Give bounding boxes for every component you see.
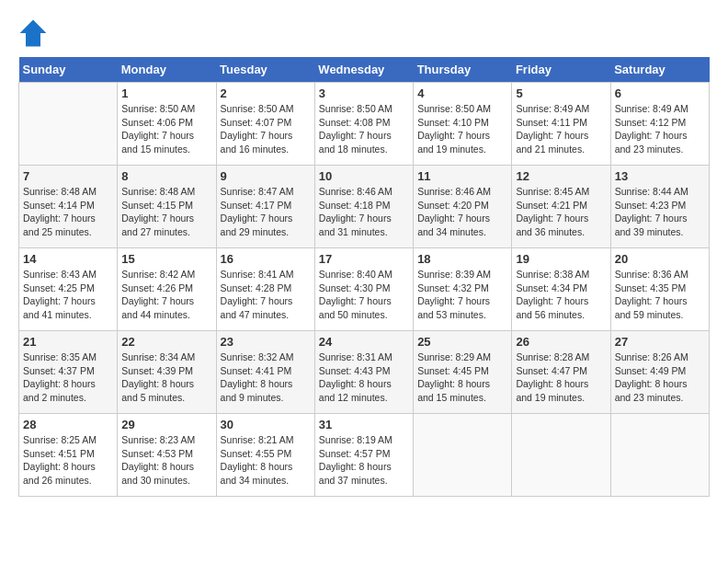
day-info: Sunrise: 8:28 AMSunset: 4:47 PMDaylight:… [516, 350, 606, 405]
day-number: 22 [121, 335, 211, 349]
day-info: Sunrise: 8:36 AMSunset: 4:35 PMDaylight:… [615, 268, 705, 322]
day-info: Sunrise: 8:23 AMSunset: 4:53 PMDaylight:… [121, 433, 211, 488]
day-info: Sunrise: 8:29 AMSunset: 4:45 PMDaylight:… [417, 350, 507, 405]
day-info: Sunrise: 8:49 AMSunset: 4:12 PMDaylight:… [615, 102, 705, 156]
day-number: 10 [319, 169, 409, 183]
day-number: 27 [615, 335, 705, 349]
day-info: Sunrise: 8:45 AMSunset: 4:21 PMDaylight:… [516, 185, 606, 239]
day-info: Sunrise: 8:48 AMSunset: 4:14 PMDaylight:… [23, 185, 113, 239]
calendar-cell: 12Sunrise: 8:45 AMSunset: 4:21 PMDayligh… [512, 166, 610, 248]
day-number: 26 [516, 335, 606, 349]
day-number: 19 [516, 252, 606, 266]
day-info: Sunrise: 8:47 AMSunset: 4:17 PMDaylight:… [221, 185, 311, 239]
day-info: Sunrise: 8:34 AMSunset: 4:39 PMDaylight:… [121, 350, 211, 405]
column-header-thursday: Thursday [414, 57, 512, 83]
day-number: 4 [417, 86, 507, 100]
calendar-cell: 24Sunrise: 8:31 AMSunset: 4:43 PMDayligh… [314, 331, 413, 414]
calendar-table: SundayMondayTuesdayWednesdayThursdayFrid… [18, 57, 710, 497]
calendar-cell: 14Sunrise: 8:43 AMSunset: 4:25 PMDayligh… [19, 248, 118, 331]
calendar-cell [512, 414, 610, 497]
day-info: Sunrise: 8:48 AMSunset: 4:15 PMDaylight:… [121, 185, 211, 239]
day-number: 7 [23, 169, 113, 183]
day-info: Sunrise: 8:42 AMSunset: 4:26 PMDaylight:… [121, 268, 211, 322]
calendar-cell: 17Sunrise: 8:40 AMSunset: 4:30 PMDayligh… [314, 248, 413, 331]
calendar-cell: 4Sunrise: 8:50 AMSunset: 4:10 PMDaylight… [414, 83, 512, 166]
calendar-week-row: 21Sunrise: 8:35 AMSunset: 4:37 PMDayligh… [19, 331, 710, 414]
day-number: 21 [23, 335, 113, 349]
day-number: 15 [121, 252, 211, 266]
day-number: 18 [417, 252, 507, 266]
day-info: Sunrise: 8:41 AMSunset: 4:28 PMDaylight:… [221, 268, 311, 322]
calendar-cell: 15Sunrise: 8:42 AMSunset: 4:26 PMDayligh… [118, 248, 216, 331]
calendar-cell: 2Sunrise: 8:50 AMSunset: 4:07 PMDaylight… [216, 83, 314, 166]
calendar-week-row: 1Sunrise: 8:50 AMSunset: 4:06 PMDaylight… [19, 83, 710, 166]
column-header-sunday: Sunday [19, 57, 118, 83]
calendar-cell: 22Sunrise: 8:34 AMSunset: 4:39 PMDayligh… [118, 331, 216, 414]
day-info: Sunrise: 8:31 AMSunset: 4:43 PMDaylight:… [319, 350, 409, 405]
calendar-cell: 18Sunrise: 8:39 AMSunset: 4:32 PMDayligh… [414, 248, 512, 331]
day-number: 6 [615, 86, 705, 100]
calendar-cell: 10Sunrise: 8:46 AMSunset: 4:18 PMDayligh… [314, 166, 413, 248]
calendar-cell: 1Sunrise: 8:50 AMSunset: 4:06 PMDaylight… [118, 83, 216, 166]
calendar-cell: 26Sunrise: 8:28 AMSunset: 4:47 PMDayligh… [512, 331, 610, 414]
calendar-cell: 5Sunrise: 8:49 AMSunset: 4:11 PMDaylight… [512, 83, 610, 166]
calendar-cell: 3Sunrise: 8:50 AMSunset: 4:08 PMDaylight… [314, 83, 413, 166]
day-info: Sunrise: 8:46 AMSunset: 4:18 PMDaylight:… [319, 185, 409, 239]
day-info: Sunrise: 8:40 AMSunset: 4:30 PMDaylight:… [319, 268, 409, 322]
day-number: 3 [319, 86, 409, 100]
page-header [18, 18, 710, 48]
day-info: Sunrise: 8:21 AMSunset: 4:55 PMDaylight:… [221, 433, 311, 488]
day-number: 2 [221, 86, 311, 100]
logo-icon [18, 18, 48, 48]
day-number: 28 [23, 418, 113, 431]
calendar-week-row: 7Sunrise: 8:48 AMSunset: 4:14 PMDaylight… [19, 166, 710, 248]
day-info: Sunrise: 8:49 AMSunset: 4:11 PMDaylight:… [516, 102, 606, 156]
day-number: 25 [417, 335, 507, 349]
calendar-week-row: 14Sunrise: 8:43 AMSunset: 4:25 PMDayligh… [19, 248, 710, 331]
day-number: 16 [221, 252, 311, 266]
column-header-saturday: Saturday [610, 57, 709, 83]
calendar-cell: 29Sunrise: 8:23 AMSunset: 4:53 PMDayligh… [118, 414, 216, 497]
day-number: 1 [121, 86, 211, 100]
day-number: 14 [23, 252, 113, 266]
calendar-cell [19, 83, 118, 166]
calendar-cell: 30Sunrise: 8:21 AMSunset: 4:55 PMDayligh… [216, 414, 314, 497]
day-info: Sunrise: 8:26 AMSunset: 4:49 PMDaylight:… [615, 350, 705, 405]
calendar-cell: 7Sunrise: 8:48 AMSunset: 4:14 PMDaylight… [19, 166, 118, 248]
day-info: Sunrise: 8:43 AMSunset: 4:25 PMDaylight:… [23, 268, 113, 322]
calendar-header-row: SundayMondayTuesdayWednesdayThursdayFrid… [19, 57, 710, 83]
logo [18, 18, 51, 48]
column-header-wednesday: Wednesday [314, 57, 413, 83]
column-header-friday: Friday [512, 57, 610, 83]
day-number: 20 [615, 252, 705, 266]
day-info: Sunrise: 8:50 AMSunset: 4:10 PMDaylight:… [417, 102, 507, 156]
day-number: 29 [121, 418, 211, 431]
calendar-cell: 31Sunrise: 8:19 AMSunset: 4:57 PMDayligh… [314, 414, 413, 497]
day-number: 24 [319, 335, 409, 349]
day-info: Sunrise: 8:25 AMSunset: 4:51 PMDaylight:… [23, 433, 113, 488]
day-number: 8 [121, 169, 211, 183]
calendar-cell: 8Sunrise: 8:48 AMSunset: 4:15 PMDaylight… [118, 166, 216, 248]
calendar-cell [414, 414, 512, 497]
day-number: 23 [221, 335, 311, 349]
day-number: 5 [516, 86, 606, 100]
calendar-cell: 20Sunrise: 8:36 AMSunset: 4:35 PMDayligh… [610, 248, 709, 331]
calendar-cell: 27Sunrise: 8:26 AMSunset: 4:49 PMDayligh… [610, 331, 709, 414]
calendar-cell: 11Sunrise: 8:46 AMSunset: 4:20 PMDayligh… [414, 166, 512, 248]
svg-marker-0 [20, 20, 47, 47]
day-info: Sunrise: 8:46 AMSunset: 4:20 PMDaylight:… [417, 185, 507, 239]
day-info: Sunrise: 8:35 AMSunset: 4:37 PMDaylight:… [23, 350, 113, 405]
calendar-cell: 23Sunrise: 8:32 AMSunset: 4:41 PMDayligh… [216, 331, 314, 414]
day-number: 30 [221, 418, 311, 431]
column-header-tuesday: Tuesday [216, 57, 314, 83]
day-number: 12 [516, 169, 606, 183]
day-info: Sunrise: 8:32 AMSunset: 4:41 PMDaylight:… [221, 350, 311, 405]
calendar-cell: 25Sunrise: 8:29 AMSunset: 4:45 PMDayligh… [414, 331, 512, 414]
day-info: Sunrise: 8:39 AMSunset: 4:32 PMDaylight:… [417, 268, 507, 322]
day-number: 31 [319, 418, 409, 431]
calendar-cell [610, 414, 709, 497]
day-number: 17 [319, 252, 409, 266]
calendar-cell: 28Sunrise: 8:25 AMSunset: 4:51 PMDayligh… [19, 414, 118, 497]
calendar-cell: 6Sunrise: 8:49 AMSunset: 4:12 PMDaylight… [610, 83, 709, 166]
calendar-cell: 9Sunrise: 8:47 AMSunset: 4:17 PMDaylight… [216, 166, 314, 248]
